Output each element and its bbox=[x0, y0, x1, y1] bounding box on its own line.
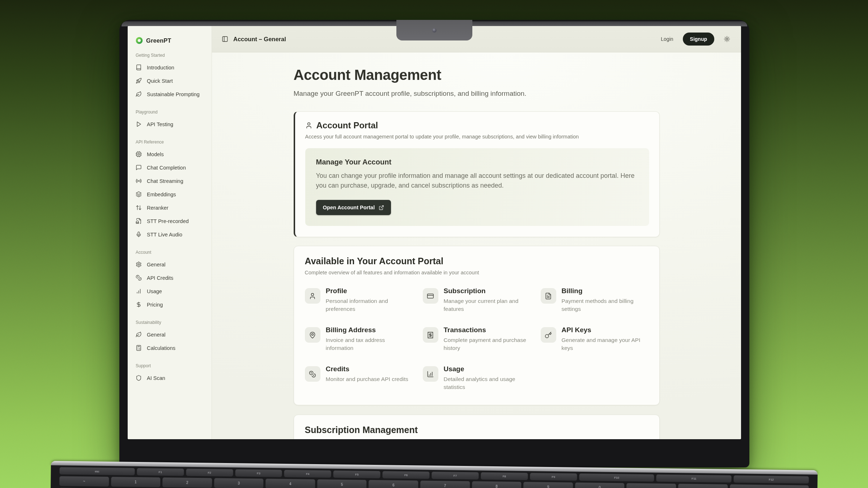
book-icon bbox=[136, 64, 142, 70]
sidebar-item-embeddings[interactable]: Embeddings bbox=[136, 188, 208, 201]
feature-billing-address: Billing AddressInvoice and tax address i… bbox=[305, 326, 413, 352]
sidebar-section-api-reference: API ReferenceModelsChat CompletionChat S… bbox=[136, 140, 208, 241]
key-f6[interactable]: F6 bbox=[383, 471, 430, 479]
browser-viewport: GreenPT Getting StartedIntroductionQuick… bbox=[128, 26, 741, 439]
feature-api-keys: API KeysGenerate and manage your API key… bbox=[541, 326, 648, 352]
feature-title: Billing Address bbox=[326, 326, 413, 334]
sidebar-item-general[interactable]: General bbox=[136, 258, 208, 271]
shield-icon bbox=[136, 375, 142, 381]
page-subtitle: Manage your GreenPT account profile, sub… bbox=[294, 90, 660, 98]
key-[interactable]: = bbox=[678, 484, 728, 488]
user-icon bbox=[305, 122, 312, 129]
panel-left-icon[interactable] bbox=[222, 36, 228, 42]
feature-description: Monitor and purchase API credits bbox=[326, 375, 408, 383]
sidebar-item-api-credits[interactable]: API Credits bbox=[136, 271, 208, 284]
key-f3[interactable]: F3 bbox=[235, 469, 282, 477]
key-8[interactable]: 8 bbox=[472, 481, 522, 488]
open-account-portal-button[interactable]: Open Account Portal bbox=[316, 200, 391, 215]
sidebar-item-introduction[interactable]: Introduction bbox=[136, 61, 208, 74]
sidebar-item-models[interactable]: Models bbox=[136, 147, 208, 161]
sidebar-item-usage[interactable]: Usage bbox=[136, 284, 208, 298]
sidebar-item-label: Calculations bbox=[147, 345, 175, 351]
credit-card-icon bbox=[423, 288, 438, 304]
sidebar-section-label: Sustainability bbox=[136, 320, 208, 325]
key-f10[interactable]: F10 bbox=[579, 474, 654, 482]
manage-account-panel: Manage Your Account You can change your … bbox=[305, 148, 649, 226]
key-9[interactable]: 9 bbox=[523, 482, 573, 488]
sidebar-item-label: STT Live Audio bbox=[147, 232, 182, 237]
feature-usage: UsageDetailed analytics and usage statis… bbox=[423, 365, 531, 391]
feature-description: Complete payment and purchase history bbox=[444, 336, 531, 352]
key-5[interactable]: 5 bbox=[317, 479, 367, 488]
mic-icon bbox=[136, 231, 142, 237]
sidebar-item-label: Pricing bbox=[147, 302, 163, 308]
feature-description: Payment methods and billing settings bbox=[562, 297, 648, 313]
key-f11[interactable]: F11 bbox=[656, 475, 732, 483]
sidebar-item-stt-pre-recorded[interactable]: STT Pre-recorded bbox=[136, 214, 208, 228]
features-grid: ProfilePersonal information and preferen… bbox=[305, 287, 648, 391]
subscription-card-title: Subscription Management bbox=[305, 425, 648, 435]
camera-notch bbox=[396, 20, 472, 40]
sidebar-item-ai-scan[interactable]: AI Scan bbox=[136, 371, 208, 385]
sidebar-item-api-testing[interactable]: API Testing bbox=[136, 117, 208, 131]
sun-icon[interactable] bbox=[724, 36, 730, 42]
key-3[interactable]: 3 bbox=[214, 478, 264, 488]
message-icon bbox=[136, 164, 142, 171]
key-7[interactable]: 7 bbox=[420, 481, 470, 488]
sidebar-item-reranker[interactable]: Reranker bbox=[136, 201, 208, 214]
key-[interactable]: - bbox=[626, 483, 676, 488]
feature-description: Manage your current plan and features bbox=[444, 297, 531, 313]
sidebar-item-pricing[interactable]: Pricing bbox=[136, 298, 208, 311]
sidebar-item-label: Usage bbox=[147, 288, 162, 294]
subscription-management-card: Subscription Management bbox=[294, 415, 660, 439]
key-f1[interactable]: F1 bbox=[137, 468, 184, 476]
key-delete[interactable]: delete bbox=[729, 484, 809, 488]
feature-description: Invoice and tax address information bbox=[326, 336, 413, 352]
signup-button[interactable]: Signup bbox=[683, 33, 714, 46]
brand-logo[interactable]: GreenPT bbox=[136, 37, 208, 44]
sidebar-section-label: Playground bbox=[136, 110, 208, 115]
sidebar-section-label: Support bbox=[136, 363, 208, 368]
key-f9[interactable]: F9 bbox=[530, 473, 577, 481]
account-portal-card-header: Account Portal bbox=[305, 120, 649, 130]
sidebar-item-label: AI Scan bbox=[147, 375, 165, 381]
sidebar-item-label: STT Pre-recorded bbox=[147, 218, 189, 224]
feature-billing: BillingPayment methods and billing setti… bbox=[541, 287, 648, 313]
feature-subscription: SubscriptionManage your current plan and… bbox=[423, 287, 531, 313]
sidebar-item-chat-streaming[interactable]: Chat Streaming bbox=[136, 174, 208, 188]
key-f12[interactable]: F12 bbox=[734, 475, 809, 484]
key-6[interactable]: 6 bbox=[369, 480, 418, 488]
sidebar-item-stt-live-audio[interactable]: STT Live Audio bbox=[136, 228, 208, 241]
key-esc[interactable]: esc bbox=[59, 467, 135, 475]
key-f2[interactable]: F2 bbox=[186, 469, 233, 477]
key-f5[interactable]: F5 bbox=[333, 471, 380, 479]
sidebar-item-sustainable-prompting[interactable]: Sustainable Prompting bbox=[136, 87, 208, 101]
key-f4[interactable]: F4 bbox=[284, 470, 331, 478]
key-f8[interactable]: F8 bbox=[481, 472, 528, 480]
chip-icon bbox=[136, 151, 142, 157]
feature-title: Subscription bbox=[444, 287, 531, 295]
topbar: Account – General Login Signup bbox=[212, 26, 741, 52]
feature-title: Credits bbox=[326, 365, 408, 373]
key-0[interactable]: 0 bbox=[575, 483, 625, 488]
feature-description: Personal information and preferences bbox=[326, 297, 413, 313]
sidebar-item-calculations[interactable]: Calculations bbox=[136, 341, 208, 355]
desktop-background: GreenPT Getting StartedIntroductionQuick… bbox=[0, 0, 868, 488]
key-4[interactable]: 4 bbox=[265, 479, 315, 488]
feature-title: Usage bbox=[444, 365, 531, 373]
page-breadcrumb: Account – General bbox=[233, 36, 286, 43]
receipt-icon bbox=[423, 327, 438, 343]
key-1[interactable]: 1 bbox=[111, 477, 161, 487]
key-[interactable]: ~ bbox=[59, 476, 109, 487]
sidebar-item-chat-completion[interactable]: Chat Completion bbox=[136, 161, 208, 174]
login-button[interactable]: Login bbox=[661, 36, 673, 42]
key-2[interactable]: 2 bbox=[162, 478, 212, 488]
portal-card-description: Access your full account management port… bbox=[305, 134, 649, 140]
sidebar-section-playground: PlaygroundAPI Testing bbox=[136, 110, 208, 131]
bar-chart-icon bbox=[136, 288, 142, 294]
broadcast-icon bbox=[136, 178, 142, 184]
file-text-icon bbox=[541, 288, 556, 304]
key-f7[interactable]: F7 bbox=[431, 472, 478, 480]
sidebar-item-general[interactable]: General bbox=[136, 328, 208, 341]
sidebar-item-quick-start[interactable]: Quick Start bbox=[136, 74, 208, 87]
